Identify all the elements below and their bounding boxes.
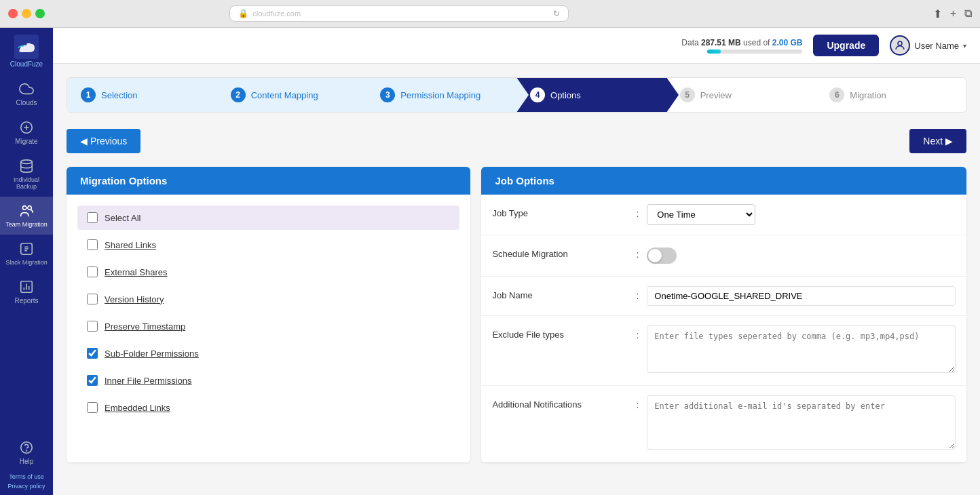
address-bar[interactable]: 🔒 cloudfuze.com ↻ — [229, 5, 569, 22]
checkbox-version-history[interactable] — [87, 294, 98, 304]
step-arrow — [666, 77, 679, 113]
checkbox-sub-folder-permissions[interactable] — [87, 348, 98, 359]
storage-suffix: used of — [743, 38, 772, 47]
checkbox-row-embedded-links[interactable]: Embedded Links — [77, 395, 459, 420]
sidebar-item-migrate[interactable]: Migrate — [0, 113, 53, 152]
sidebar-item-label: Migrate — [15, 138, 37, 145]
textarea-exclude-file-types[interactable] — [647, 325, 956, 373]
job-options-panel: Job Options Job Type:One TimeScheduledSc… — [481, 167, 966, 462]
navigation-buttons: ◀ Previous Next ▶ — [67, 129, 966, 153]
checkbox-row-sub-folder-permissions[interactable]: Sub-Folder Permissions — [77, 341, 459, 365]
sidebar-item-individual-backup[interactable]: Individual Backup — [0, 152, 53, 197]
storage-total: 2.00 GB — [772, 38, 803, 47]
svg-point-2 — [21, 160, 33, 164]
sidebar-footer: Help Terms of use Privacy policy — [7, 435, 45, 490]
checkbox-row-shared-links[interactable]: Shared Links — [77, 233, 459, 257]
step-content-mapping[interactable]: 2 Content Mapping — [217, 78, 367, 112]
reports-icon — [19, 279, 34, 294]
previous-button[interactable]: ◀ Previous — [67, 129, 140, 153]
upgrade-button[interactable]: Upgrade — [813, 35, 879, 56]
job-value-schedule-migration — [647, 245, 956, 266]
sidebar-item-reports[interactable]: Reports — [0, 273, 53, 311]
checkbox-label-embedded-links: Embedded Links — [105, 403, 170, 413]
app: CloudFuze Clouds Migrate Individual Back… — [0, 28, 980, 495]
tabs-icon[interactable]: ⧉ — [964, 7, 972, 20]
step-options[interactable]: 4 Options — [516, 78, 666, 112]
share-icon[interactable]: ⬆ — [933, 7, 942, 20]
job-label-job-type: Job Type — [492, 204, 628, 218]
svg-point-3 — [23, 206, 27, 210]
migration-options-body: Select AllShared LinksExternal SharesVer… — [67, 195, 470, 433]
step-preview[interactable]: 5 Preview — [666, 78, 816, 112]
checkbox-label-preserve-timestamp: Preserve Timestamp — [105, 321, 185, 332]
job-label-job-name: Job Name — [492, 286, 628, 300]
maximize-button[interactable] — [35, 9, 45, 18]
checkbox-preserve-timestamp[interactable] — [87, 321, 98, 332]
new-tab-icon[interactable]: + — [950, 7, 956, 20]
terms-link[interactable]: Terms of use — [9, 473, 44, 480]
step-number: 5 — [680, 87, 695, 102]
step-selection[interactable]: 1 Selection — [67, 78, 217, 112]
storage-label: Data — [681, 38, 698, 47]
browser-actions: ⬆ + ⧉ — [933, 7, 972, 20]
next-button[interactable]: Next ▶ — [909, 129, 966, 153]
job-label-exclude-file-types: Exclude File types — [492, 325, 628, 340]
job-row-job-type: Job Type:One TimeScheduled — [481, 195, 966, 235]
minimize-button[interactable] — [22, 9, 31, 18]
colon-separator: : — [628, 245, 647, 264]
sidebar-item-help[interactable]: Help — [15, 435, 38, 471]
reload-icon[interactable]: ↻ — [553, 9, 560, 18]
step-number: 6 — [829, 87, 844, 102]
job-options-body: Job Type:One TimeScheduledSchedule Migra… — [481, 195, 966, 462]
sidebar-item-clouds[interactable]: Clouds — [0, 75, 53, 113]
checkbox-embedded-links[interactable] — [87, 402, 98, 413]
checkbox-inner-file-permissions[interactable] — [87, 375, 98, 386]
checkbox-external-shares[interactable] — [87, 266, 98, 277]
sidebar-item-slack-migration[interactable]: Slack Migration — [0, 235, 53, 273]
close-button[interactable] — [8, 9, 18, 18]
checkbox-label-version-history: Version History — [105, 294, 164, 304]
storage-used: 287.51 MB — [701, 38, 741, 47]
checkbox-shared-links[interactable] — [87, 239, 98, 250]
select-job-type[interactable]: One TimeScheduled — [647, 204, 755, 225]
storage-bar — [707, 50, 802, 54]
user-area[interactable]: User Name ▾ — [890, 35, 966, 56]
checkbox-label-sub-folder-permissions: Sub-Folder Permissions — [105, 349, 199, 359]
step-label: Preview — [700, 90, 732, 100]
checkbox-row-inner-file-permissions[interactable]: Inner File Permissions — [77, 368, 459, 393]
step-number: 2 — [231, 87, 246, 102]
step-arrow — [366, 77, 379, 113]
checkbox-row-external-shares[interactable]: External Shares — [77, 260, 459, 284]
user-icon — [894, 39, 906, 52]
step-label: Selection — [101, 90, 137, 100]
sidebar-item-label: Help — [20, 458, 34, 465]
checkbox-row-select-all[interactable]: Select All — [77, 205, 459, 230]
textarea-additional-notifications[interactable] — [647, 395, 956, 450]
sidebar-item-team-migration[interactable]: Team Migration — [0, 197, 53, 235]
step-migration[interactable]: 6 Migration — [816, 78, 966, 112]
step-label: Permission Mapping — [400, 90, 480, 100]
job-label-additional-notifications: Additional Notifications — [492, 395, 628, 410]
sidebar-logo[interactable]: CloudFuze — [10, 28, 43, 75]
content-area: 1 Selection 2 Content Mapping 3 Permissi… — [53, 64, 980, 495]
step-label: Options — [550, 90, 581, 100]
sidebar: CloudFuze Clouds Migrate Individual Back… — [0, 28, 53, 495]
colon-separator: : — [628, 325, 647, 344]
step-permission-mapping[interactable]: 3 Permission Mapping — [366, 78, 516, 112]
chevron-down-icon: ▾ — [963, 42, 966, 50]
job-options-header: Job Options — [481, 167, 966, 195]
checkbox-select-all[interactable] — [87, 212, 98, 223]
cloudfuze-logo-icon — [14, 35, 39, 59]
team-migration-icon — [19, 203, 34, 218]
input-job-name[interactable] — [647, 286, 956, 306]
checkbox-row-version-history[interactable]: Version History — [77, 287, 459, 311]
checkbox-label-external-shares: External Shares — [105, 267, 168, 277]
svg-point-9 — [898, 41, 902, 45]
user-name: User Name — [914, 41, 959, 51]
toggle-schedule-migration[interactable] — [647, 248, 677, 264]
stepper: 1 Selection 2 Content Mapping 3 Permissi… — [67, 77, 966, 113]
checkbox-row-preserve-timestamp[interactable]: Preserve Timestamp — [77, 314, 459, 338]
url-text: cloudfuze.com — [252, 9, 301, 18]
job-value-additional-notifications — [647, 395, 956, 452]
privacy-link[interactable]: Privacy policy — [7, 483, 45, 490]
